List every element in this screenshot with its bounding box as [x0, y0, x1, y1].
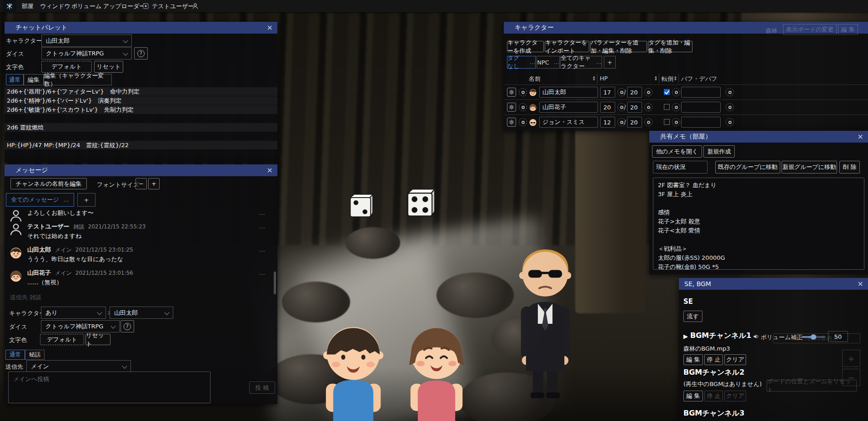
menu-uploader[interactable]: アップローダー: [103, 2, 146, 10]
message-item[interactable]: 山田花子メイン2021/12/15 23:01:56......（無視）…: [5, 266, 272, 289]
tag-tab-all-characters[interactable]: 全てのキャラクター…: [560, 56, 602, 69]
menu-volume[interactable]: ボリューム: [71, 2, 101, 10]
message-more-icon[interactable]: …: [259, 209, 266, 216]
menu-room[interactable]: 部屋: [22, 2, 34, 10]
hp-max-visibility-icon[interactable]: [644, 118, 652, 126]
edit-tags-button[interactable]: タグを追加・編集・削除: [648, 41, 692, 52]
message-list[interactable]: よろしくお願いします〜…テストユーザー雑談2021/12/15 22:55:23…: [5, 208, 272, 296]
bgm-channel3-heading[interactable]: BGMチャンネル3: [683, 409, 744, 418]
close-icon[interactable]: ×: [858, 133, 863, 140]
collapse-icon[interactable]: ▶: [683, 333, 688, 340]
tag-tab-untagged[interactable]: タグなし…: [507, 56, 536, 69]
message-item[interactable]: テストユーザー雑談2021/12/15 22:55:23それでは始めますね…: [5, 219, 272, 243]
sort-fallen-icon[interactable]: ▲▼: [674, 75, 677, 81]
bgm-channel1-heading[interactable]: BGMチャンネル1: [690, 331, 751, 341]
palette-line[interactable]: 2d6+{'器用'}/6+{'ファイターLv'} 命中力判定: [5, 87, 277, 96]
fallen-checkbox[interactable]: [664, 89, 670, 95]
buff-visibility-icon[interactable]: [726, 88, 734, 96]
app-logo-icon[interactable]: [3, 0, 16, 12]
hp-current-input[interactable]: [600, 102, 615, 113]
hp-max-input[interactable]: [627, 102, 642, 113]
palette-line[interactable]: 2d6+{'精神'}/6+{'バードLv'} 演奏判定: [5, 96, 277, 105]
fallen-visibility-icon[interactable]: [672, 103, 680, 111]
message-more-icon[interactable]: …: [259, 269, 266, 276]
bgm1-clear-button[interactable]: クリア: [724, 354, 746, 365]
bgm2-edit-button[interactable]: 編 集: [683, 391, 703, 401]
color-default-button[interactable]: デフォルト: [41, 61, 92, 73]
open-other-memo-button[interactable]: 他のメモを開く: [652, 145, 702, 158]
composer-dice-help-button[interactable]: ?: [120, 320, 134, 332]
close-icon[interactable]: ×: [858, 280, 863, 287]
close-icon[interactable]: ×: [267, 24, 273, 31]
volume-value-input[interactable]: [828, 331, 848, 342]
memo-header[interactable]: 共有メモ（部屋） ×: [649, 131, 868, 143]
import-character-button[interactable]: キャラクターをインポート: [545, 41, 589, 52]
character-standee-girl[interactable]: [402, 312, 471, 421]
destination-select[interactable]: メイン: [26, 360, 131, 372]
character-name-input[interactable]: [539, 117, 598, 128]
sort-hp-icon[interactable]: ▲▼: [655, 75, 657, 81]
composer-color-default-button[interactable]: デフォルト: [40, 334, 84, 345]
audio-header[interactable]: SE, BGM ×: [679, 278, 868, 290]
delete-memo-button[interactable]: 削 除: [839, 161, 860, 173]
character-name-input[interactable]: [539, 87, 598, 98]
message-scrollbar[interactable]: [274, 272, 276, 294]
visibility-toggle-icon[interactable]: [519, 88, 527, 96]
palette-character-select[interactable]: 山田太郎: [41, 35, 132, 47]
menu-window[interactable]: ウィンドウ: [40, 2, 70, 10]
palette-line[interactable]: 2d6 霊紋燃焼: [5, 123, 277, 132]
composer-tab-normal[interactable]: 通常: [5, 350, 25, 360]
character-standee-agent[interactable]: [513, 230, 577, 400]
memo-content-input[interactable]: [653, 178, 864, 270]
edit-parameters-button[interactable]: パラメーターを追加・編集・削除: [590, 41, 647, 52]
buff-debuff-input[interactable]: [681, 102, 721, 113]
gear-icon[interactable]: [507, 103, 516, 112]
hp-max-input[interactable]: [627, 117, 642, 128]
message-input[interactable]: [8, 371, 211, 403]
character-row[interactable]: /: [504, 114, 868, 129]
se-play-button[interactable]: 流す: [683, 311, 702, 322]
new-memo-button[interactable]: 新規作成: [703, 145, 735, 158]
message-more-icon[interactable]: …: [259, 223, 266, 230]
user-icon[interactable]: [192, 3, 199, 10]
character-row[interactable]: /: [504, 99, 868, 114]
close-icon[interactable]: ×: [267, 167, 273, 174]
palette-line[interactable]: 2d6+{'敏捷'}/6+{'スカウトLv'} 先制力判定: [5, 105, 277, 114]
message-item[interactable]: 山田太郎メイン2021/12/15 23:01:25ううう、昨日は散々な目にあっ…: [5, 243, 272, 266]
characters-header[interactable]: キャラクター: [504, 22, 868, 34]
visibility-toggle-icon[interactable]: [519, 103, 527, 111]
message-more-icon[interactable]: …: [259, 246, 266, 253]
font-size-decrease-button[interactable]: −: [135, 178, 147, 189]
post-button[interactable]: 投 稿: [249, 381, 275, 394]
fallen-checkbox[interactable]: [664, 104, 670, 110]
hp-current-input[interactable]: [600, 87, 615, 98]
bgm2-clear-button[interactable]: クリア: [724, 391, 746, 401]
composer-dice-select[interactable]: クトゥルフ神話TRPG: [41, 320, 120, 332]
chat-palette-header[interactable]: チャットパレット ×: [5, 22, 277, 34]
edit-channel-name-button[interactable]: チャンネルの名前を編集: [10, 178, 87, 189]
memo-name-input[interactable]: [653, 161, 707, 173]
hp-max-input[interactable]: [627, 87, 642, 98]
buff-visibility-icon[interactable]: [726, 118, 734, 126]
palette-tab-edit-variables[interactable]: 編集（キャラクター変数）: [44, 74, 112, 85]
die-token[interactable]: [347, 193, 375, 221]
move-to-new-group-button[interactable]: 新規グループに移動: [782, 161, 837, 173]
bgm2-stop-button[interactable]: 停 止: [704, 391, 723, 401]
hp-max-visibility-icon[interactable]: [644, 88, 652, 96]
message-item[interactable]: よろしくお願いします〜…: [5, 208, 272, 219]
buff-debuff-input[interactable]: [681, 117, 721, 128]
move-to-existing-group-button[interactable]: 既存のグループに移動: [715, 161, 780, 173]
palette-tab-edit[interactable]: 編集: [24, 74, 44, 85]
fallen-visibility-icon[interactable]: [672, 118, 680, 126]
messages-header[interactable]: メッセージ ×: [5, 164, 277, 176]
create-character-button[interactable]: キャラクターを作成: [507, 41, 544, 52]
character-standee-boy[interactable]: [316, 312, 390, 421]
font-size-increase-button[interactable]: +: [148, 178, 160, 189]
visibility-toggle-icon[interactable]: [519, 118, 527, 126]
message-tab-all[interactable]: 全てのメッセージ…: [6, 193, 74, 207]
fallen-visibility-icon[interactable]: [672, 88, 680, 96]
hp-max-visibility-icon[interactable]: [644, 103, 652, 111]
bgm-channel2-heading[interactable]: BGMチャンネル2: [683, 368, 744, 377]
buff-debuff-input[interactable]: [681, 87, 721, 98]
composer-character-select[interactable]: 山田太郎: [110, 307, 173, 319]
